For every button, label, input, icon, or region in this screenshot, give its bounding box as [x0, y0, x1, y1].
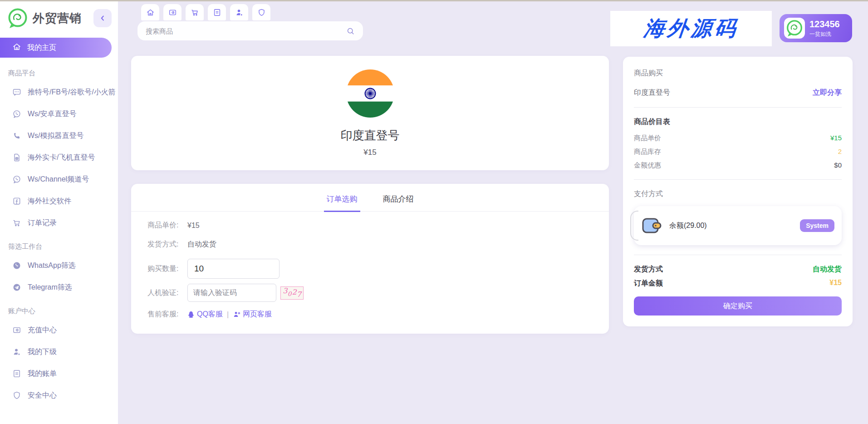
- sidebar-header: 外贸营销: [0, 1, 118, 33]
- price-list: 商品单价¥15商品库存2金额优惠$0: [634, 134, 842, 170]
- order-tabs: 订单选购 商品介绍: [131, 184, 609, 212]
- user-badge[interactable]: 123456 一贫如洗: [780, 14, 852, 42]
- search-input[interactable]: [146, 27, 346, 35]
- sidebar-menu: 商品平台推特号/FB号/谷歌号/小火箭Ws/安卓直登号Ws/模拟器直登号海外实卡…: [0, 58, 118, 406]
- person-plus-icon: [233, 311, 240, 318]
- user-avatar: [784, 18, 805, 39]
- price-row: 商品库存2: [634, 148, 842, 156]
- link-separator: |: [227, 311, 229, 319]
- sidebar-item-label: 我的下级: [28, 347, 57, 357]
- home-icon: [12, 42, 21, 53]
- brand-logo-text: 海外源码: [642, 15, 740, 43]
- qq-penguin-icon: [187, 311, 195, 318]
- wallet-blue-icon: [641, 215, 662, 236]
- shield-icon: [257, 8, 266, 17]
- person-star-icon: [235, 8, 244, 17]
- web-service-link[interactable]: 网页客服: [233, 310, 272, 319]
- sidebar-section-header: 筛选工作台: [0, 234, 118, 255]
- sidebar-item[interactable]: 推特号/FB号/谷歌号/小火箭: [0, 81, 118, 103]
- sidebar-item[interactable]: 我的下级: [0, 341, 118, 363]
- captcha-digit: 3: [283, 287, 287, 295]
- quick-tab-shield[interactable]: [252, 4, 270, 20]
- sidebar-item-label: Ws/安卓直登号: [28, 109, 77, 119]
- app-logo-icon: [7, 8, 28, 29]
- share-link[interactable]: 立即分享: [813, 88, 842, 98]
- divider: [634, 107, 842, 108]
- sidebar: 外贸营销 我的主页 商品平台推特号/FB号/谷歌号/小火箭Ws/安卓直登号Ws/…: [0, 1, 118, 424]
- price-row-label: 商品单价: [634, 134, 661, 143]
- sidebar-item-label: 我的账单: [28, 369, 57, 379]
- telegram-icon: [12, 283, 21, 292]
- captcha-image[interactable]: 3027: [280, 286, 304, 300]
- sidebar-item-label: 海外实卡/飞机直登号: [28, 153, 95, 163]
- sidebar-item-home-active[interactable]: 我的主页: [0, 38, 112, 58]
- sidebar-section-header: 账户中心: [0, 298, 118, 319]
- confirm-purchase-button[interactable]: 确定购买: [634, 296, 842, 316]
- service-label: 售前客服:: [147, 310, 187, 319]
- price-row-label: 金额优惠: [634, 161, 661, 170]
- unit-price-row: 商品单价: ¥15: [147, 221, 609, 230]
- sidebar-item[interactable]: Telegram筛选: [0, 276, 118, 298]
- divider: [634, 179, 842, 180]
- quick-tab-person-star[interactable]: [230, 4, 248, 20]
- captcha-input[interactable]: [187, 284, 276, 302]
- wallet-icon: [12, 325, 21, 335]
- sidebar-item-label: 我的主页: [27, 43, 56, 53]
- sidebar-item[interactable]: 安全中心: [0, 385, 118, 406]
- sidebar-item[interactable]: 海外社交软件: [0, 190, 118, 212]
- sidebar-item[interactable]: Ws/Channel频道号: [0, 168, 118, 190]
- sim-card-icon: [12, 153, 21, 162]
- tab-order-select[interactable]: 订单选购: [324, 194, 360, 212]
- quick-tab-wallet[interactable]: [163, 4, 181, 20]
- purchase-panel: 商品购买 印度直登号 立即分享 商品价目表 商品单价¥15商品库存2金额优惠$0…: [623, 57, 853, 326]
- chevron-left-icon: [98, 14, 107, 22]
- sidebar-item[interactable]: WhatsApp筛选: [0, 255, 118, 276]
- chat-icon: [12, 88, 21, 97]
- whatsapp-filled-icon: [12, 261, 21, 270]
- user-meta: 123456 一贫如洗: [809, 19, 840, 38]
- search-icon[interactable]: [346, 27, 355, 35]
- sidebar-collapse-button[interactable]: [93, 9, 112, 27]
- delivery-label: 发货方式:: [147, 240, 187, 249]
- quick-tab-home[interactable]: [141, 4, 159, 20]
- sidebar-item[interactable]: 订单记录: [0, 212, 118, 234]
- sidebar-item[interactable]: 充值中心: [0, 319, 118, 341]
- phone-icon: [12, 131, 21, 140]
- sidebar-item-label: 安全中心: [28, 391, 57, 400]
- sidebar-item[interactable]: 我的账单: [0, 363, 118, 385]
- amount-row: 订单金额 ¥15: [634, 279, 842, 288]
- quantity-input[interactable]: [187, 259, 280, 279]
- search-bar: [137, 21, 363, 40]
- unit-price-label: 商品单价:: [147, 221, 187, 230]
- captcha-digit: 2: [292, 289, 297, 296]
- main-area: 海外源码 123456 一贫如洗: [118, 1, 868, 424]
- sidebar-item-label: WhatsApp筛选: [28, 261, 76, 271]
- captcha-digit: 7: [297, 291, 301, 298]
- product-card: 印度直登号 ¥15: [131, 56, 609, 170]
- quick-tab-cart[interactable]: [186, 4, 204, 20]
- sidebar-item-label: 推特号/FB号/谷歌号/小火箭: [28, 88, 116, 97]
- panel-product-row: 印度直登号 立即分享: [634, 88, 842, 98]
- delivery-summary-row: 发货方式 自动发货: [634, 265, 842, 274]
- panel-product-name: 印度直登号: [634, 88, 670, 98]
- divider: [634, 255, 842, 255]
- sidebar-item[interactable]: 海外实卡/飞机直登号: [0, 147, 118, 168]
- delivery-row: 发货方式: 自动发货: [147, 240, 609, 249]
- qq-service-link[interactable]: QQ客服: [187, 310, 223, 319]
- brand-banner: 海外源码: [610, 11, 772, 46]
- system-badge: System: [800, 219, 834, 232]
- price-row: 金额优惠$0: [634, 161, 842, 170]
- bill-icon: [12, 369, 21, 378]
- delivery-value: 自动发货: [187, 240, 216, 249]
- sidebar-item-label: 充值中心: [28, 325, 57, 335]
- tab-product-intro[interactable]: 商品介绍: [380, 194, 417, 211]
- sidebar-item[interactable]: Ws/模拟器直登号: [0, 125, 118, 147]
- quick-tab-bill[interactable]: [208, 4, 226, 20]
- price-row-value: $0: [834, 161, 842, 170]
- sidebar-section-header: 商品平台: [0, 60, 118, 81]
- sidebar-item[interactable]: Ws/安卓直登号: [0, 103, 118, 125]
- unit-price-value: ¥15: [187, 222, 200, 230]
- payment-method-balance[interactable]: 余额(29.00) System: [634, 206, 842, 245]
- quick-nav-tabs: [141, 4, 270, 20]
- captcha-row: 人机验证: 3027: [147, 284, 609, 302]
